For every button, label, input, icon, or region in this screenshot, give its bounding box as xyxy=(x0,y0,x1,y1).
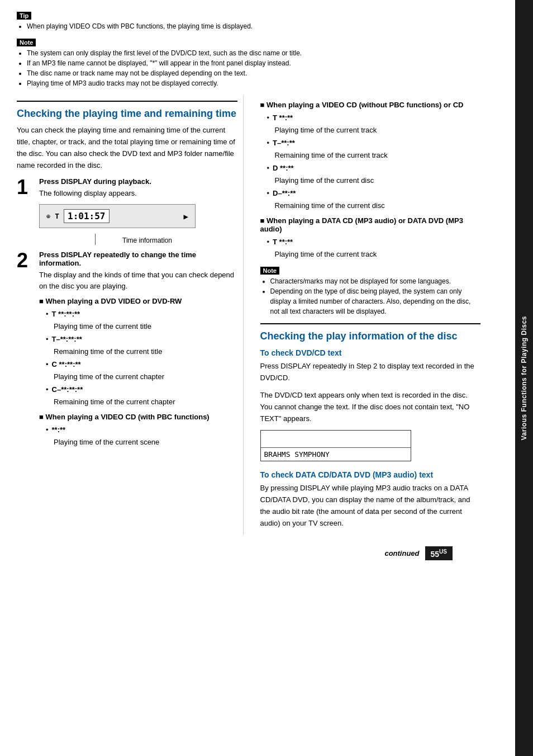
step1-body: The following display appears. xyxy=(39,188,237,199)
dvd-cd-text-body2: The DVD/CD text appears only when text i… xyxy=(260,390,481,424)
vcd-no-pbc-desc-1: Playing time of the current track xyxy=(275,125,481,136)
note2-item-1: Characters/marks may not be displayed fo… xyxy=(270,276,481,286)
dvd-code-1: T **:**:** xyxy=(52,309,80,320)
page-suffix: US xyxy=(439,549,447,555)
note-label-1: Note xyxy=(17,39,36,46)
dvd-item-1: T **:**:** xyxy=(46,309,237,320)
data-cd-item-1: T **:** xyxy=(267,237,481,248)
data-cd-text-subtitle: To check DATA CD/DATA DVD (MP3 audio) te… xyxy=(260,470,481,479)
display-caption: Time information xyxy=(122,237,172,244)
brahms-box: BRAHMS SYMPHONY xyxy=(260,430,411,461)
divider-2 xyxy=(260,323,481,324)
vcd-pbc-desc-1: Playing time of the current scene xyxy=(54,437,237,448)
col-left: Checking the playing time and remaining … xyxy=(17,95,244,535)
dvd-code-2: T–**:**:** xyxy=(52,334,82,345)
vcd-no-pbc-code-4: D–**:** xyxy=(273,188,296,199)
step2-heading: Press DISPLAY repeatedly to change the t… xyxy=(39,251,237,267)
display-box: ⊕ T 1:01:57 ▶ xyxy=(39,204,196,228)
note-section-1: Note The system can only display the fir… xyxy=(17,38,480,88)
vcd-no-pbc-desc-3: Playing time of the current disc xyxy=(275,175,481,186)
dvd-section-header: When playing a DVD VIDEO or DVD-RW xyxy=(39,297,237,305)
tip-section: Tip When playing VIDEO CDs with PBC func… xyxy=(17,11,480,31)
display-time: 1:01:57 xyxy=(64,209,109,223)
tip-label: Tip xyxy=(17,12,31,20)
data-cd-group: T **:** Playing time of the current trac… xyxy=(267,237,481,259)
brahms-text: BRAHMS SYMPHONY xyxy=(261,447,411,461)
vcd-no-pbc-item-1: T **:** xyxy=(267,112,481,124)
note-section-2: Note Characters/marks may not be display… xyxy=(260,266,481,316)
sidebar-tab-text: Various Functions for Playing Discs xyxy=(520,316,528,440)
dvd-item-2: T–**:**:** xyxy=(46,334,237,345)
dvd-item-3: C **:**:** xyxy=(46,359,237,370)
step2-number: 2 xyxy=(17,251,32,271)
page-number-box: 55US xyxy=(425,546,453,561)
display-play-arrow: ▶ xyxy=(184,212,188,221)
dvd-bullet-group: T **:**:** Playing time of the current t… xyxy=(46,309,237,407)
tip-item-1: When playing VIDEO CDs with PBC function… xyxy=(27,21,480,31)
col-right: When playing a VIDEO CD (without PBC fun… xyxy=(255,95,481,535)
footer-line: continued 55US xyxy=(17,546,480,561)
display-icon: ⊕ xyxy=(46,212,50,220)
two-col-layout: Checking the playing time and remaining … xyxy=(17,95,480,535)
note2-item-2: Depending on the type of disc being play… xyxy=(270,286,481,316)
step1-heading: Press DISPLAY during playback. xyxy=(39,177,237,186)
display-label: T xyxy=(55,212,59,220)
data-cd-desc-1: Playing time of the current track xyxy=(275,249,481,260)
data-cd-header: When playing a DATA CD (MP3 audio) or DA… xyxy=(260,216,481,233)
dvd-cd-text-body1: Press DISPLAY repeatedly in Step 2 to di… xyxy=(260,361,481,384)
dvd-cd-text-subtitle: To check DVD/CD text xyxy=(260,348,481,357)
dvd-item-4: C–**:**:** xyxy=(46,384,237,395)
vcd-no-pbc-desc-2: Remaining time of the current track xyxy=(275,150,481,161)
dvd-code-4: C–**:**:** xyxy=(52,384,83,395)
vcd-pbc-group: **:** Playing time of the current scene xyxy=(46,424,237,447)
vcd-no-pbc-item-2: T–**:** xyxy=(267,138,481,149)
step2-body: The display and the kinds of time that y… xyxy=(39,270,237,291)
sidebar-tab: Various Functions for Playing Discs xyxy=(515,0,533,756)
vcd-no-pbc-code-2: T–**:** xyxy=(273,138,295,149)
data-cd-code-1: T **:** xyxy=(273,237,293,248)
page-number: 55 xyxy=(431,549,440,558)
note1-item-1: The system can only display the first le… xyxy=(27,48,480,58)
step1-container: 1 Press DISPLAY during playback. The fol… xyxy=(17,177,237,245)
step2-container: 2 Press DISPLAY repeatedly to change the… xyxy=(17,251,237,451)
vcd-pbc-item-1: **:** xyxy=(46,424,237,436)
note1-item-4: Playing time of MP3 audio tracks may not… xyxy=(27,78,480,88)
dvd-desc-4: Remaining time of the current chapter xyxy=(54,396,237,408)
dvd-desc-3: Playing time of the current chapter xyxy=(54,371,237,382)
section2-title: Checking the play information of the dis… xyxy=(260,330,481,343)
dvd-desc-2: Remaining time of the current title xyxy=(54,346,237,357)
vcd-pbc-code-1: **:** xyxy=(52,424,66,436)
data-cd-text-body: By pressing DISPLAY while playing MP3 au… xyxy=(260,483,481,529)
step2-content: Press DISPLAY repeatedly to change the t… xyxy=(39,251,237,451)
continued-text: continued xyxy=(384,549,419,557)
dvd-code-3: C **:**:** xyxy=(52,359,81,370)
step1-content: Press DISPLAY during playback. The follo… xyxy=(39,177,237,245)
vcd-pbc-header: When playing a VIDEO CD (with PBC functi… xyxy=(39,413,237,421)
divider-1 xyxy=(17,101,237,102)
vcd-no-pbc-item-4: D–**:** xyxy=(267,188,481,199)
main-content: Tip When playing VIDEO CDs with PBC func… xyxy=(0,0,492,756)
vcd-no-pbc-header: When playing a VIDEO CD (without PBC fun… xyxy=(260,101,481,109)
section1-title: Checking the playing time and remaining … xyxy=(17,107,237,120)
page-container: Tip When playing VIDEO CDs with PBC func… xyxy=(0,0,533,756)
display-area: ⊕ T 1:01:57 ▶ Time information xyxy=(39,204,237,245)
vcd-no-pbc-desc-4: Remaining time of the current disc xyxy=(275,200,481,211)
vcd-no-pbc-group: T **:** Playing time of the current trac… xyxy=(267,112,481,211)
vcd-no-pbc-code-1: T **:** xyxy=(273,112,293,124)
note1-item-3: The disc name or track name may not be d… xyxy=(27,68,480,78)
dvd-desc-1: Playing time of the current title xyxy=(54,321,237,332)
vcd-no-pbc-item-3: D **:** xyxy=(267,163,481,174)
note1-item-2: If an MP3 file name cannot be displayed,… xyxy=(27,58,480,68)
vcd-no-pbc-code-3: D **:** xyxy=(273,163,294,174)
note-label-2: Note xyxy=(260,267,279,275)
step1-number: 1 xyxy=(17,177,32,197)
section1-body: You can check the playing time and remai… xyxy=(17,125,237,171)
